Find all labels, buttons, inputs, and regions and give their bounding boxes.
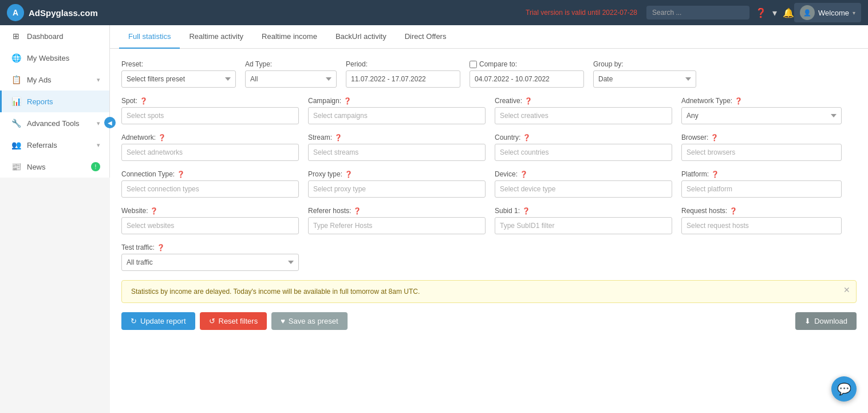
creative-input[interactable] — [495, 107, 672, 124]
heart-icon: ♥ — [281, 317, 285, 325]
adnet-type-group: Adnetwork Type: ❓ Any — [681, 97, 842, 124]
sidebar-item-referrals[interactable]: 👥 Referrals ▾ — [0, 134, 109, 156]
referer-input[interactable] — [308, 217, 486, 234]
device-help-icon[interactable]: ❓ — [520, 171, 528, 178]
compare-checkbox[interactable] — [469, 61, 477, 68]
sidebar-item-label: News — [27, 163, 46, 171]
reqhost-group: Request hosts: ❓ — [681, 207, 842, 234]
referer-help-icon[interactable]: ❓ — [353, 207, 361, 215]
conntype-input[interactable] — [121, 180, 299, 198]
compare-input[interactable] — [469, 70, 584, 88]
traffic-label: Test traffic: ❓ — [121, 243, 299, 251]
alert-banner: Statistics by income are delayed. Today'… — [121, 280, 857, 303]
tab-backurl-activity[interactable]: BackUrl activity — [326, 25, 396, 49]
country-help-icon[interactable]: ❓ — [523, 134, 531, 141]
adnet-input[interactable] — [121, 144, 299, 161]
conntype-label: Connection Type: ❓ — [121, 170, 299, 178]
chevron-down-icon: ▾ — [97, 76, 100, 84]
proxy-input[interactable] — [308, 180, 486, 198]
period-label: Period: — [346, 60, 460, 68]
stream-input[interactable] — [308, 144, 486, 161]
download-button[interactable]: ⬇ Download — [795, 312, 857, 330]
adnet-type-help-icon[interactable]: ❓ — [735, 97, 743, 105]
tabs-bar: Full statistics Realtime activity Realti… — [110, 25, 868, 49]
update-report-button[interactable]: ↻ Update report — [121, 312, 195, 330]
spot-help-icon[interactable]: ❓ — [140, 97, 148, 105]
filter-row-3: Adnetwork: ❓ Stream: ❓ — [121, 133, 857, 161]
user-menu[interactable]: 👤 Welcome ▾ — [794, 3, 861, 22]
sidebar-item-news[interactable]: 📰 News ! — [0, 156, 109, 178]
browser-help-icon[interactable]: ❓ — [711, 134, 719, 141]
help-icon[interactable]: ❓ — [755, 7, 767, 18]
chevron-down-icon: ▾ — [97, 120, 100, 127]
avatar: 👤 — [800, 5, 815, 20]
sidebar-collapse-button[interactable]: ◀ — [104, 117, 116, 128]
tab-realtime-income[interactable]: Realtime income — [252, 25, 326, 49]
conntype-help-icon[interactable]: ❓ — [177, 171, 185, 178]
proxy-group: Proxy type: ❓ — [308, 170, 486, 198]
notification-icon[interactable]: 🔔 — [783, 7, 794, 18]
platform-input[interactable] — [681, 180, 842, 198]
filter-row-2: Spot: ❓ Campaign: ❓ Cr — [121, 97, 857, 124]
search-input[interactable] — [646, 6, 749, 19]
reports-icon: 📊 — [11, 97, 21, 106]
reqhost-input[interactable] — [681, 217, 842, 234]
chevron-down-icon[interactable]: ▾ — [772, 7, 777, 18]
adtype-select[interactable]: All — [245, 70, 337, 88]
traffic-select[interactable]: All traffic — [121, 254, 299, 271]
tab-direct-offers[interactable]: Direct Offers — [396, 25, 456, 49]
sidebar-item-my-websites[interactable]: 🌐 My Websites — [0, 47, 109, 69]
proxy-label: Proxy type: ❓ — [308, 170, 486, 178]
preset-select[interactable]: Select filters preset — [121, 70, 236, 88]
adnet-help-icon[interactable]: ❓ — [158, 134, 166, 141]
platform-help-icon[interactable]: ❓ — [711, 171, 719, 178]
brand-logo[interactable]: A AdSpyglass.com — [7, 4, 98, 21]
reset-filters-button[interactable]: ↺ Reset filters — [200, 312, 267, 330]
sidebar-item-my-ads[interactable]: 📋 My Ads ▾ — [0, 69, 109, 91]
user-chevron-icon: ▾ — [853, 10, 855, 16]
browser-input[interactable] — [681, 144, 842, 161]
dashboard-icon: ⊞ — [11, 32, 21, 41]
spot-input[interactable] — [121, 107, 299, 124]
alert-close-button[interactable]: ✕ — [843, 285, 850, 294]
subid-help-icon[interactable]: ❓ — [522, 207, 530, 215]
sidebar-item-label: My Ads — [27, 76, 52, 84]
country-input[interactable] — [495, 144, 672, 161]
tab-full-statistics[interactable]: Full statistics — [119, 25, 180, 49]
groupby-select[interactable]: Date — [593, 70, 696, 88]
campaign-input[interactable] — [308, 107, 486, 124]
sidebar-item-advanced-tools[interactable]: 🔧 Advanced Tools ▾ — [0, 112, 109, 134]
device-input[interactable] — [495, 180, 672, 198]
campaign-help-icon[interactable]: ❓ — [344, 97, 352, 105]
sidebar-item-label: Reports — [27, 97, 53, 106]
sidebar: ⊞ Dashboard 🌐 My Websites 📋 My Ads ▾ 📊 R… — [0, 25, 110, 178]
website-label: Website: ❓ — [121, 207, 299, 215]
websites-icon: 🌐 — [11, 53, 21, 62]
browser-group: Browser: ❓ — [681, 133, 842, 161]
download-icon: ⬇ — [804, 317, 811, 325]
adnet-type-select[interactable]: Any — [681, 107, 842, 124]
proxy-help-icon[interactable]: ❓ — [345, 171, 353, 178]
stream-help-icon[interactable]: ❓ — [334, 134, 342, 141]
reqhost-help-icon[interactable]: ❓ — [729, 207, 737, 215]
groupby-group: Group by: Date — [593, 60, 696, 88]
brand-name: AdSpyglass.com — [29, 8, 98, 18]
website-input[interactable] — [121, 217, 299, 234]
reqhost-label: Request hosts: ❓ — [681, 207, 842, 215]
website-help-icon[interactable]: ❓ — [150, 207, 158, 215]
sidebar-item-dashboard[interactable]: ⊞ Dashboard — [0, 25, 109, 47]
navbar: A AdSpyglass.com Trial version is valid … — [0, 0, 868, 25]
chat-widget[interactable]: 💬 — [831, 376, 857, 402]
news-badge: ! — [91, 162, 100, 171]
campaign-label: Campaign: ❓ — [308, 97, 486, 105]
ads-icon: 📋 — [11, 75, 21, 84]
period-input[interactable] — [346, 70, 460, 88]
sidebar-item-reports[interactable]: 📊 Reports — [0, 91, 109, 112]
traffic-help-icon[interactable]: ❓ — [157, 244, 165, 251]
filter-row-4: Connection Type: ❓ Proxy type: ❓ — [121, 170, 857, 198]
save-preset-button[interactable]: ♥ Save as preset — [271, 312, 347, 330]
creative-help-icon[interactable]: ❓ — [524, 97, 532, 105]
subid-input[interactable] — [495, 217, 672, 234]
tab-realtime-activity[interactable]: Realtime activity — [180, 25, 252, 49]
spot-group: Spot: ❓ — [121, 97, 299, 124]
